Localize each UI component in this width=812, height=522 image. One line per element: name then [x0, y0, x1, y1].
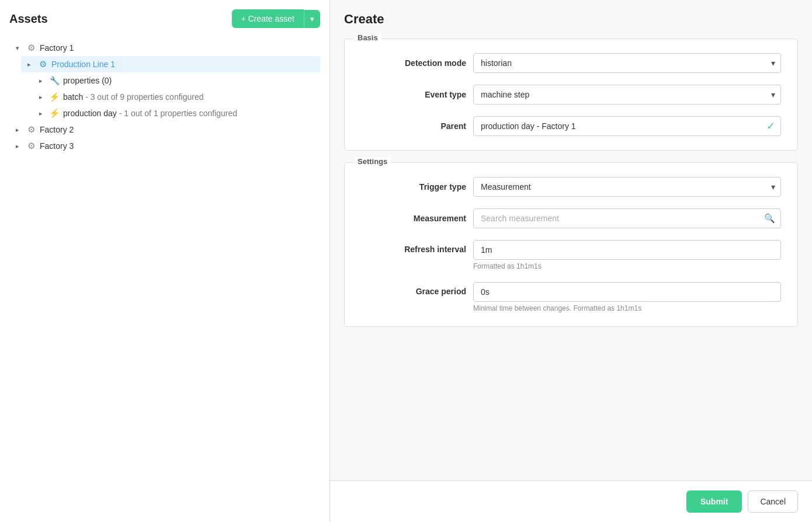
tree-node-factory2[interactable]: ▸ ⚙ Factory 2: [9, 121, 320, 138]
chevron-right-icon: ▸: [13, 126, 22, 134]
cancel-button[interactable]: Cancel: [748, 490, 798, 513]
grace-period-input[interactable]: [473, 282, 781, 302]
tree-node-batch-label: batch - 3 out of 9 properties configured: [63, 92, 203, 102]
trigger-type-wrap: Measurement Timer Event ▾: [473, 177, 781, 197]
event-type-select[interactable]: machine step production run downtime: [473, 85, 781, 105]
grace-period-hint: Minimal time between changes. Formatted …: [473, 304, 781, 312]
tree-node-factory1-label: Factory 1: [40, 43, 74, 53]
trigger-type-label: Trigger type: [361, 182, 466, 192]
detection-mode-row: Detection mode historian manual automati…: [361, 53, 781, 73]
trigger-type-select[interactable]: Measurement Timer Event: [473, 177, 781, 197]
basis-section: Basis Detection mode historian manual au…: [344, 39, 798, 151]
list-item: ▸ ⚙ Production Line 1 ▸ 🔧 properties (0): [21, 56, 320, 121]
factory1-children: ▸ ⚙ Production Line 1 ▸ 🔧 properties (0): [21, 56, 320, 121]
settings-legend: Settings: [354, 157, 391, 166]
wrench-icon: 🔧: [49, 75, 60, 86]
footer: Submit Cancel: [330, 481, 812, 522]
tree-node-production-line-1-label: Production Line 1: [51, 60, 115, 69]
factory-icon: ⚙: [26, 141, 36, 151]
event-type-wrap: machine step production run downtime ▾: [473, 85, 781, 105]
tree-node-production-day-label: production day - 1 out of 1 properties c…: [63, 109, 237, 118]
chevron-right-icon: ▸: [36, 93, 46, 101]
chevron-right-icon: ▸: [36, 77, 46, 85]
left-panel: Assets + Create asset ▾ ▾ ⚙ Factory 1 ▸ …: [0, 0, 330, 522]
factory-icon: ⚙: [26, 124, 36, 135]
production-line-icon: ⚙: [37, 59, 48, 69]
settings-section: Settings Trigger type Measurement Timer …: [344, 162, 798, 327]
bolt-icon: ⚡: [49, 108, 60, 119]
tree-node-production-line-1[interactable]: ▸ ⚙ Production Line 1: [21, 56, 320, 72]
measurement-row: Measurement 🔍: [361, 208, 781, 228]
chevron-right-icon: ▸: [13, 142, 22, 150]
list-item: ▸ ⚙ Factory 2: [9, 121, 320, 138]
list-item: ▾ ⚙ Factory 1 ▸ ⚙ Production Line 1: [9, 40, 320, 121]
event-type-row: Event type machine step production run d…: [361, 85, 781, 105]
refresh-interval-input[interactable]: [473, 240, 781, 260]
list-item: ▸ ⚙ Factory 3: [9, 138, 320, 154]
refresh-interval-row: Refresh interval Formatted as 1h1m1s: [361, 240, 781, 270]
create-asset-dropdown-button[interactable]: ▾: [304, 10, 320, 28]
detection-mode-wrap: historian manual automatic ▾: [473, 53, 781, 73]
tree-node-factory1[interactable]: ▾ ⚙ Factory 1: [9, 40, 320, 56]
page-title: Create: [344, 12, 798, 27]
bolt-icon: ⚡: [49, 92, 60, 102]
tree-node-properties[interactable]: ▸ 🔧 properties (0): [33, 72, 320, 89]
parent-label: Parent: [361, 121, 466, 131]
tree-node-properties-label: properties (0): [63, 76, 112, 85]
header-actions: + Create asset ▾: [232, 9, 320, 28]
chevron-down-icon: ▾: [13, 44, 22, 52]
tree-node-factory2-label: Factory 2: [40, 125, 74, 134]
chevron-right-icon: ▸: [36, 110, 46, 117]
parent-wrap: ✓: [473, 116, 781, 136]
grace-period-row: Grace period Minimal time between change…: [361, 282, 781, 312]
tree-node-production-day[interactable]: ▸ ⚡ production day - 1 out of 1 properti…: [33, 105, 320, 121]
left-header: Assets + Create asset ▾: [9, 9, 320, 28]
detection-mode-select[interactable]: historian manual automatic: [473, 53, 781, 73]
refresh-interval-hint: Formatted as 1h1m1s: [473, 262, 781, 270]
tree-node-batch[interactable]: ▸ ⚡ batch - 3 out of 9 properties config…: [33, 89, 320, 105]
parent-row: Parent ✓: [361, 116, 781, 136]
chevron-right-icon: ▸: [25, 61, 34, 68]
production-line-1-children: ▸ 🔧 properties (0) ▸ ⚡ batch - 3 out of …: [33, 72, 320, 121]
assets-title: Assets: [9, 12, 48, 26]
measurement-label: Measurement: [361, 214, 466, 223]
measurement-wrap: 🔍: [473, 208, 781, 228]
event-type-label: Event type: [361, 90, 466, 99]
asset-tree: ▾ ⚙ Factory 1 ▸ ⚙ Production Line 1: [9, 40, 320, 154]
submit-button[interactable]: Submit: [686, 490, 742, 513]
refresh-interval-wrap: Formatted as 1h1m1s: [473, 240, 781, 270]
basis-legend: Basis: [354, 33, 381, 42]
factory-icon: ⚙: [26, 43, 36, 53]
detection-mode-label: Detection mode: [361, 58, 466, 68]
trigger-type-row: Trigger type Measurement Timer Event ▾: [361, 177, 781, 197]
create-asset-button[interactable]: + Create asset: [232, 9, 304, 28]
grace-period-label: Grace period: [361, 287, 466, 296]
measurement-input[interactable]: [473, 208, 781, 228]
list-item: ▸ ⚡ production day - 1 out of 1 properti…: [33, 105, 320, 121]
list-item: ▸ 🔧 properties (0): [33, 72, 320, 89]
list-item: ▸ ⚡ batch - 3 out of 9 properties config…: [33, 89, 320, 105]
right-panel: Create Basis Detection mode historian ma…: [330, 0, 812, 522]
check-icon: ✓: [766, 120, 775, 133]
refresh-interval-label: Refresh interval: [361, 245, 466, 254]
grace-period-wrap: Minimal time between changes. Formatted …: [473, 282, 781, 312]
tree-node-factory3[interactable]: ▸ ⚙ Factory 3: [9, 138, 320, 154]
tree-node-factory3-label: Factory 3: [40, 141, 74, 151]
parent-input[interactable]: [473, 116, 781, 136]
